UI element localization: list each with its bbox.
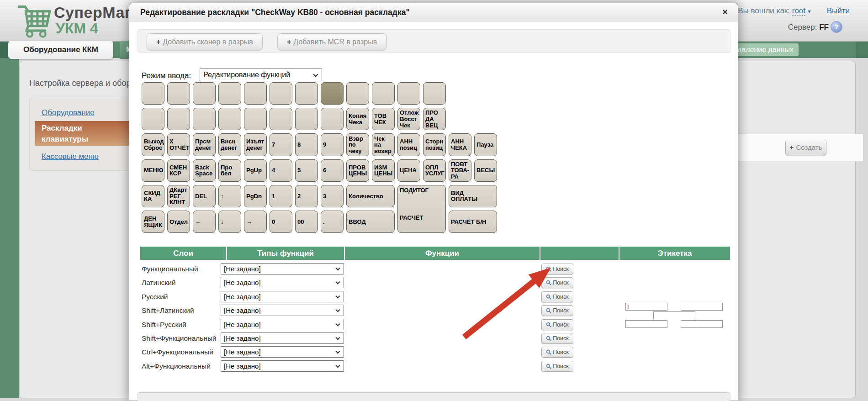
key-blank[interactable] <box>270 82 292 105</box>
key-СКИД-КА[interactable]: СКИД КА <box>142 185 164 207</box>
key-8[interactable]: 8 <box>295 133 318 156</box>
etiketka-input-5[interactable] <box>681 320 723 328</box>
key-PgDn[interactable]: PgDn <box>244 185 267 207</box>
key-3[interactable]: 3 <box>321 185 344 207</box>
key-Внсн-денег[interactable]: Внсн денег <box>218 133 241 156</box>
key-РАСЧЁТ-Б/Н[interactable]: РАСЧЁТ Б/Н <box>449 211 497 233</box>
input-mode-select[interactable]: Редактирование функций <box>200 69 322 81</box>
key-Чек-на-возвр[interactable]: Чек на возвр <box>372 133 395 156</box>
function-type-select-Русский[interactable]: [Не задано] <box>221 291 344 302</box>
key-ВВОД[interactable]: ВВОД <box>346 211 395 233</box>
search-button-Shift+Функциональный[interactable]: Поиск <box>541 333 573 344</box>
key-Взвр-по-чеку[interactable]: Взвр по чеку <box>346 133 369 156</box>
key-blank[interactable] <box>346 82 369 105</box>
key-Копия-Чека[interactable]: Копия Чека <box>346 108 369 130</box>
key-АНН-позиц[interactable]: АНН позиц <box>397 133 420 156</box>
key-blank[interactable] <box>321 108 344 130</box>
key-ПРО-ДА-ВЕЦ[interactable]: ПРО ДА ВЕЦ <box>423 108 446 130</box>
key-ВЕСЫ[interactable]: ВЕСЫ <box>474 159 497 182</box>
key-→[interactable]: → <box>244 211 267 233</box>
function-type-select-Shift+Русский[interactable]: [Не задано] <box>221 319 344 330</box>
key-X-ОТЧЁТ[interactable]: X ОТЧЁТ <box>167 133 190 156</box>
key-0[interactable]: 0 <box>270 211 292 233</box>
key-00[interactable]: 00 <box>295 211 318 233</box>
key-Отдел[interactable]: Отдел <box>167 211 190 233</box>
key-←[interactable]: ← <box>193 211 216 233</box>
key-Пауза[interactable]: Пауза <box>474 133 497 156</box>
key-ДЕН-ЯЩИК[interactable]: ДЕН ЯЩИК <box>142 211 164 233</box>
key-АНН-ЧЕКА[interactable]: АНН ЧЕКА <box>449 133 471 156</box>
key-DEL[interactable]: DEL <box>193 185 216 207</box>
search-button-Ctrl+Функциональный[interactable]: Поиск <box>541 347 573 358</box>
add-mcr-button[interactable]: +Добавить MCR в разрыв <box>277 33 386 50</box>
key-ВИД-ОПЛАТЫ[interactable]: ВИД ОПЛАТЫ <box>449 185 497 207</box>
key-Изъят-денег[interactable]: Изъят денег <box>244 133 267 156</box>
tab-equipment-kkm[interactable]: Оборудование ККМ <box>8 41 113 59</box>
key-blank[interactable] <box>193 108 216 130</box>
key-ОПЛ-УСЛУГ[interactable]: ОПЛ УСЛУГ <box>423 159 446 182</box>
key-ПОДИТОГ-РАСЧЁТ[interactable]: ПОДИТОГРАСЧЁТ <box>397 185 446 233</box>
key-blank[interactable] <box>295 82 318 105</box>
key-↓[interactable]: ↓ <box>218 211 241 233</box>
function-type-select-Ctrl+Функциональный[interactable]: [Не задано] <box>221 346 344 358</box>
key-blank[interactable] <box>167 82 190 105</box>
key-Количество[interactable]: Количество <box>346 185 395 207</box>
key-blank[interactable] <box>193 82 216 105</box>
function-type-select-Функциональный[interactable]: [Не задано] <box>221 263 344 274</box>
sidebar-item-equipment[interactable]: Оборудование <box>42 108 95 117</box>
help-icon[interactable]: ? <box>831 21 842 33</box>
etiketka-input-2[interactable] <box>681 303 723 311</box>
key-7[interactable]: 7 <box>270 133 292 156</box>
key-blank[interactable] <box>321 82 344 105</box>
key-СМЕН-КСР[interactable]: СМЕН КСР <box>167 159 190 182</box>
logout-link[interactable]: Выйти <box>827 6 850 15</box>
key-Про-бел[interactable]: Про бел <box>218 159 241 182</box>
key-5[interactable]: 5 <box>295 159 318 182</box>
key-blank[interactable] <box>167 108 190 130</box>
key-blank[interactable] <box>397 82 420 105</box>
key-Прсм-денег[interactable]: Прсм денег <box>193 133 216 156</box>
search-button-Shift+Латинский[interactable]: Поиск <box>541 305 573 316</box>
key-blank[interactable] <box>142 108 164 130</box>
key-4[interactable]: 4 <box>270 159 292 182</box>
search-button-Alt+Функциональный[interactable]: Поиск <box>541 361 573 372</box>
function-type-select-Shift+Функциональный[interactable]: [Не задано] <box>221 332 344 344</box>
key-blank[interactable] <box>218 108 241 130</box>
key-Back-Space[interactable]: Back Space <box>193 159 216 182</box>
modal-close-button[interactable]: × <box>720 7 730 17</box>
key-blank[interactable] <box>218 82 241 105</box>
key-Сторн-позиц[interactable]: Сторн позиц <box>423 133 446 156</box>
key-blank[interactable] <box>372 82 395 105</box>
add-scanner-button[interactable]: +Добавить сканер в разрыв <box>147 33 263 50</box>
key-ПРОВ-ЦЕНЫ[interactable]: ПРОВ ЦЕНЫ <box>346 159 369 182</box>
search-button-Shift+Русский[interactable]: Поиск <box>541 319 573 330</box>
key-6[interactable]: 6 <box>321 159 344 182</box>
key-ЦЕНА[interactable]: ЦЕНА <box>397 159 420 182</box>
key-ДКарт-РЕГ-КЛНТ[interactable]: ДКарт РЕГ КЛНТ <box>167 185 190 207</box>
sidebar-item-keyboard-layouts[interactable]: Раскладки клавиатуры <box>35 121 135 146</box>
key-МЕНЮ[interactable]: МЕНЮ <box>142 159 164 182</box>
etiketka-input-4[interactable] <box>625 320 667 328</box>
key-blank[interactable] <box>295 108 318 130</box>
key-2[interactable]: 2 <box>295 185 318 207</box>
function-type-select-Shift+Латинский[interactable]: [Не задано] <box>221 305 344 316</box>
search-button-Функциональный[interactable]: Поиск <box>541 264 573 274</box>
key-ТОВ-ЧЕК[interactable]: ТОВ ЧЕК <box>372 108 395 130</box>
username-link[interactable]: root <box>792 6 805 16</box>
create-button[interactable]: +Создать <box>785 140 826 155</box>
key-blank[interactable] <box>423 82 446 105</box>
key-.[interactable]: . <box>321 211 344 233</box>
key-blank[interactable] <box>142 82 164 105</box>
key-blank[interactable] <box>270 108 292 130</box>
key-1[interactable]: 1 <box>270 185 292 207</box>
user-dropdown-caret-icon[interactable]: ▼ <box>807 9 812 14</box>
key-Отлож-Восст-Чек[interactable]: Отлож Восст Чек <box>397 108 420 130</box>
function-type-select-Alt+Функциональный[interactable]: [Не задано] <box>221 360 344 372</box>
key-PgUp[interactable]: PgUp <box>244 159 267 182</box>
key-Выход-Сброс[interactable]: Выход Сброс <box>142 133 164 156</box>
key-↑[interactable]: ↑ <box>218 185 241 207</box>
search-button-Латинский[interactable]: Поиск <box>541 277 573 288</box>
key-9[interactable]: 9 <box>321 133 344 156</box>
key-ПОВТ-ТОВА--РА[interactable]: ПОВТ ТОВА- РА <box>449 159 471 182</box>
sidebar-item-cash-menus[interactable]: Кассовые меню <box>42 152 99 161</box>
